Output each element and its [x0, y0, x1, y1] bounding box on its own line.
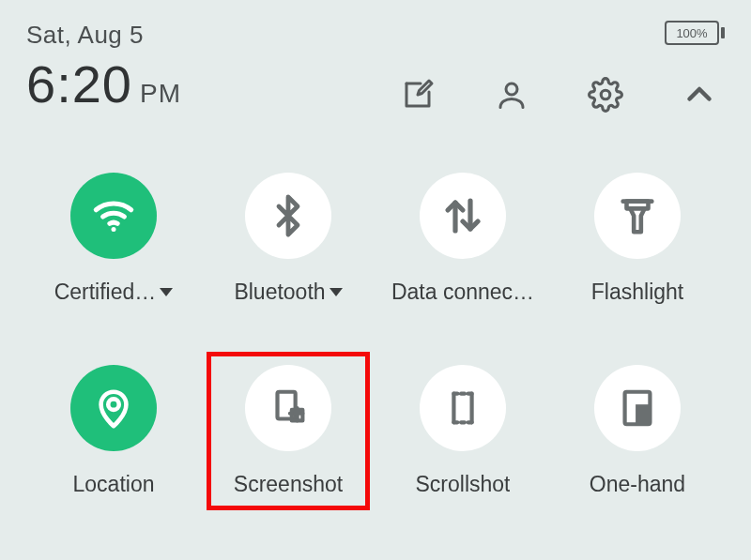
tile-location: Location: [26, 359, 201, 503]
svg-point-7: [108, 399, 119, 410]
tile-wifi-label-row[interactable]: Certified…: [54, 280, 174, 305]
date-text: Sat, Aug 5: [26, 21, 181, 50]
wifi-icon: [90, 192, 137, 239]
svg-point-0: [506, 83, 517, 95]
datetime-block: Sat, Aug 5 6:20 PM: [26, 21, 181, 114]
tile-data-label: Data connec…: [391, 280, 534, 305]
tile-screenshot-toggle[interactable]: [245, 365, 331, 451]
tile-bluetooth-label-row[interactable]: Bluetooth: [234, 280, 342, 305]
profile-button[interactable]: [492, 75, 531, 114]
data-arrows-icon: [440, 193, 485, 238]
settings-button[interactable]: [586, 75, 625, 114]
tile-onehand-label-row[interactable]: One-hand: [590, 472, 685, 497]
tile-data-label-row[interactable]: Data connec…: [391, 280, 534, 305]
tile-flashlight-label-row[interactable]: Flashlight: [591, 280, 683, 305]
flashlight-icon: [616, 194, 659, 237]
ampm-text: PM: [140, 79, 181, 109]
gear-icon: [588, 77, 623, 113]
tile-wifi: Certified…: [26, 167, 201, 310]
tile-data: Data connec…: [376, 167, 550, 310]
chevron-down-icon: [160, 288, 173, 296]
quick-settings-panel: Sat, Aug 5 6:20 PM 100%: [0, 0, 751, 503]
tile-location-label: Location: [73, 472, 155, 497]
tile-bluetooth-toggle[interactable]: [245, 173, 331, 259]
bluetooth-icon: [266, 193, 311, 238]
one-hand-icon: [616, 386, 659, 430]
tile-scrollshot-label: Scrollshot: [416, 472, 511, 497]
tile-flashlight-label: Flashlight: [591, 280, 683, 305]
tile-scrollshot: Scrollshot: [376, 359, 550, 503]
battery-indicator: 100%: [665, 21, 725, 45]
battery-tip: [721, 27, 725, 38]
profile-icon: [495, 78, 529, 112]
edit-button[interactable]: [398, 75, 437, 114]
time-text: 6:20: [26, 53, 132, 114]
time-row: 6:20 PM: [26, 53, 181, 114]
tile-screenshot-label-row[interactable]: Screenshot: [234, 472, 343, 497]
tile-scrollshot-label-row[interactable]: Scrollshot: [416, 472, 511, 497]
screenshot-icon: [267, 386, 310, 430]
tile-wifi-label: Certified…: [54, 280, 157, 305]
svg-rect-15: [636, 404, 650, 424]
tile-bluetooth-label: Bluetooth: [234, 280, 325, 305]
tile-screenshot: Screenshot: [201, 359, 376, 503]
tiles-grid: Certified… Bluetooth: [26, 167, 725, 503]
tile-location-label-row[interactable]: Location: [73, 472, 155, 497]
battery-level: 100%: [665, 21, 719, 45]
tile-onehand-label: One-hand: [590, 472, 685, 497]
tile-data-toggle[interactable]: [420, 173, 506, 259]
tile-bluetooth: Bluetooth: [201, 167, 376, 310]
tile-wifi-toggle[interactable]: [70, 173, 157, 259]
tile-onehand-toggle[interactable]: [594, 365, 681, 451]
tile-onehand: One-hand: [550, 359, 725, 503]
svg-point-2: [112, 227, 116, 232]
svg-point-1: [601, 90, 610, 99]
tile-flashlight-toggle[interactable]: [594, 173, 681, 259]
chevron-down-icon: [330, 288, 343, 296]
location-icon: [92, 386, 135, 430]
edit-icon: [401, 78, 435, 112]
tile-flashlight: Flashlight: [550, 167, 725, 310]
tile-scrollshot-toggle[interactable]: [420, 365, 506, 451]
tile-screenshot-label: Screenshot: [234, 472, 343, 497]
chevron-up-icon: [682, 78, 716, 112]
scrollshot-icon: [441, 386, 484, 430]
tile-location-toggle[interactable]: [70, 365, 157, 451]
collapse-button[interactable]: [680, 75, 719, 114]
